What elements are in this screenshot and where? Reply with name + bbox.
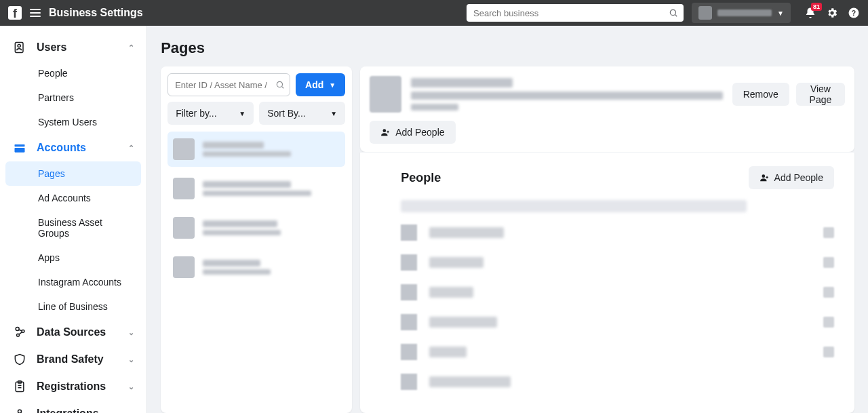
svg-line-12 [19, 332, 22, 334]
sidebar-item-instagram-accounts[interactable]: Instagram Accounts [5, 270, 141, 294]
remove-button[interactable]: Remove [732, 83, 789, 106]
search-icon [275, 80, 285, 90]
sidebar-header-brand-safety[interactable]: Brand Safety ⌄ [0, 346, 146, 373]
svg-text:?: ? [852, 9, 856, 17]
search-input[interactable] [467, 4, 684, 22]
svg-line-11 [19, 330, 22, 331]
people-section-title: People [401, 171, 441, 185]
people-row[interactable] [401, 374, 834, 390]
list-item[interactable] [167, 210, 345, 245]
users-icon [12, 41, 27, 54]
settings-button[interactable] [826, 7, 838, 19]
page-header-title: Business Settings [49, 7, 143, 19]
people-row[interactable] [401, 254, 834, 271]
svg-line-1 [675, 15, 677, 17]
add-people-button[interactable]: Add People [370, 121, 455, 144]
add-person-icon [380, 127, 390, 137]
chevron-down-icon: ▼ [239, 110, 245, 117]
integrations-icon [12, 407, 27, 413]
list-item[interactable] [167, 250, 345, 285]
facebook-logo[interactable]: f [8, 6, 22, 20]
svg-rect-7 [15, 148, 25, 153]
menu-icon[interactable] [30, 9, 41, 17]
sidebar-item-business-asset-groups[interactable]: Business Asset Groups [5, 210, 141, 245]
asset-search-input[interactable] [167, 73, 290, 96]
chevron-up-icon: ⌃ [128, 144, 134, 153]
add-person-icon [760, 173, 769, 182]
svg-point-21 [762, 174, 765, 178]
svg-point-18 [277, 81, 282, 87]
shield-icon [12, 353, 27, 366]
chevron-up-icon: ⌃ [128, 43, 134, 52]
business-avatar [698, 6, 712, 20]
clipboard-icon [12, 380, 27, 393]
notification-badge: 81 [811, 3, 822, 11]
business-selector[interactable]: ▼ [692, 3, 791, 23]
svg-point-17 [18, 410, 22, 413]
page-thumbnail [173, 138, 195, 160]
people-row[interactable] [401, 284, 834, 300]
accounts-icon [12, 141, 27, 155]
sidebar-header-data-sources[interactable]: Data Sources ⌄ [0, 319, 146, 346]
svg-point-0 [670, 9, 675, 15]
sidebar-item-partners[interactable]: Partners [5, 85, 141, 110]
help-button[interactable]: ? [848, 7, 860, 19]
notifications-button[interactable]: 81 [804, 7, 816, 19]
data-sources-icon [12, 326, 27, 339]
asset-detail-header: Remove View Page Add People [360, 66, 854, 152]
sidebar-item-apps[interactable]: Apps [5, 245, 141, 270]
chevron-down-icon: ⌄ [128, 355, 134, 364]
sidebar-item-pages[interactable]: Pages [5, 161, 141, 186]
sidebar-header-accounts[interactable]: Accounts ⌃ [0, 134, 146, 161]
add-people-button[interactable]: Add People [749, 166, 834, 189]
view-page-button[interactable]: View Page [796, 83, 845, 106]
svg-point-5 [18, 44, 20, 47]
sidebar-header-integrations[interactable]: Integrations ⌄ [0, 400, 146, 413]
page-thumbnail [173, 178, 195, 199]
search-icon[interactable] [669, 8, 678, 18]
chevron-down-icon: ⌄ [128, 410, 134, 414]
chevron-down-icon: ▼ [330, 110, 337, 117]
sidebar-header-registrations[interactable]: Registrations ⌄ [0, 373, 146, 400]
add-button[interactable]: Add ▼ [296, 73, 345, 96]
sort-dropdown[interactable]: Sort By... ▼ [259, 102, 345, 125]
svg-point-9 [22, 330, 24, 332]
asset-list-panel: Add ▼ Filter by... ▼ Sort By... ▼ [161, 66, 352, 413]
sidebar-item-line-of-business[interactable]: Line of Business [5, 294, 141, 319]
chevron-down-icon: ▼ [777, 9, 784, 17]
chevron-down-icon: ▼ [329, 81, 336, 89]
chevron-down-icon: ⌄ [128, 382, 134, 391]
list-item[interactable] [167, 171, 345, 206]
sidebar: Users ⌃ People Partners System Users Acc… [0, 26, 147, 413]
sidebar-header-users[interactable]: Users ⌃ [0, 34, 146, 61]
chevron-down-icon: ⌄ [128, 328, 134, 337]
asset-people-section: People Add People [360, 152, 854, 413]
people-row[interactable] [401, 344, 834, 360]
sidebar-item-system-users[interactable]: System Users [5, 110, 141, 134]
people-row[interactable] [401, 314, 834, 330]
svg-rect-6 [15, 144, 25, 146]
page-title: Pages [161, 39, 854, 57]
page-thumbnail [370, 76, 401, 113]
svg-point-8 [16, 328, 19, 331]
business-name [717, 9, 772, 16]
list-item[interactable] [167, 132, 345, 167]
filter-dropdown[interactable]: Filter by... ▼ [167, 102, 254, 125]
sidebar-item-people[interactable]: People [5, 61, 141, 85]
page-thumbnail [173, 256, 195, 278]
sidebar-item-ad-accounts[interactable]: Ad Accounts [5, 186, 141, 210]
people-row[interactable] [401, 224, 834, 241]
svg-point-20 [383, 129, 387, 132]
svg-line-19 [282, 87, 284, 89]
page-thumbnail [173, 217, 195, 239]
